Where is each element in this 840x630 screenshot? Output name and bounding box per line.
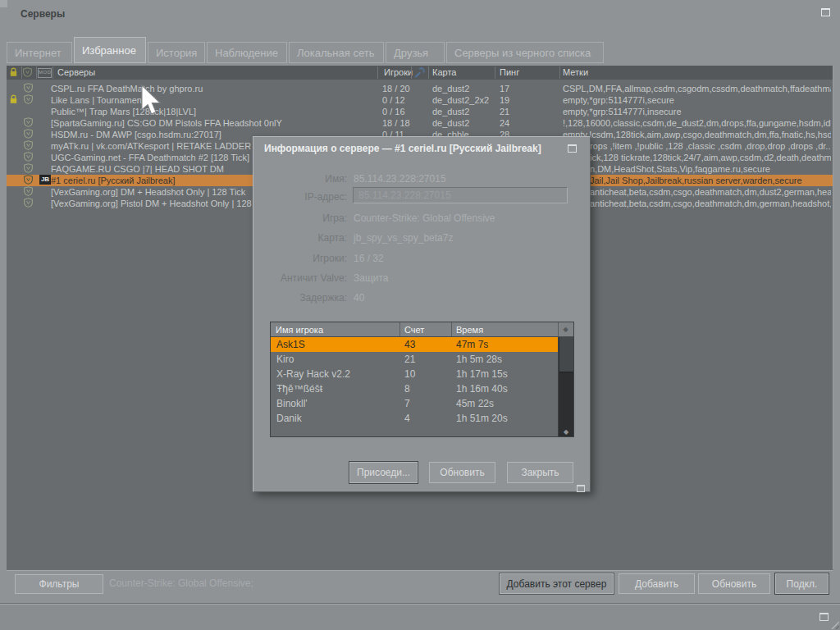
tab-4[interactable]: Наблюдение xyxy=(207,42,287,63)
server-map: de_dust2_2x2 xyxy=(432,94,489,106)
server-map: de_dust2 xyxy=(432,83,469,94)
server-tags: ick,128 tickrate,128tick,24/7,aim,awp,cs… xyxy=(590,152,831,163)
server-row[interactable]: Public™| Trap Mars [128tick|18|LVL]0 / 1… xyxy=(7,106,833,117)
dialog-title: Информация о сервере — #1 ceriel.ru [Рус… xyxy=(264,143,541,154)
server-name: Public™| Trap Mars [128tick|18|LVL] xyxy=(51,106,377,117)
scroll-down-icon[interactable]: ◆ xyxy=(559,428,573,436)
dialog-refresh-button[interactable]: Обновить xyxy=(429,462,495,483)
column-header-players[interactable]: Игроки xyxy=(384,66,413,80)
server-players: 18 / 20 xyxy=(382,83,410,94)
server-tags: Jail,Jail Shop,Jailbreak,russian server,… xyxy=(590,175,831,186)
join-button[interactable]: Присоеди... xyxy=(349,462,418,483)
tab-2[interactable]: Избранное xyxy=(74,37,146,63)
player-score: 8 xyxy=(404,381,410,396)
ip-address-input[interactable]: 85.114.23.228:27015 xyxy=(353,187,568,203)
connect-button[interactable]: Подкл. xyxy=(775,573,829,594)
player-col-time[interactable]: Время xyxy=(456,322,483,337)
add-this-server-button[interactable]: Добавить этот сервер xyxy=(500,573,614,594)
mod-column-icon[interactable]: MOD xyxy=(38,68,52,78)
field-value: Защита xyxy=(354,272,389,284)
dialog-restore-icon[interactable] xyxy=(568,144,577,153)
player-name: Ask1S xyxy=(276,337,305,352)
resize-grip-icon[interactable] xyxy=(829,619,839,629)
tab-5[interactable]: Локальная сеть xyxy=(289,42,384,63)
field-value: 16 / 32 xyxy=(354,253,384,264)
player-table: Имя игрока Счет Время ◆ Ask1S4347m 7sKir… xyxy=(270,322,574,437)
player-row[interactable]: Binokll'745m 22s xyxy=(271,396,558,411)
server-ping: 19 xyxy=(500,94,509,106)
field-value: Counter-Strike: Global Offensive xyxy=(354,212,495,224)
server-players: 18 / 18 xyxy=(382,117,410,129)
player-row[interactable]: Kiro211h 5m 28s xyxy=(271,352,558,367)
player-time: 47m 7s xyxy=(456,337,488,352)
refresh-list-button[interactable]: Обновить xyxy=(698,573,770,594)
restore-window-icon[interactable] xyxy=(821,8,830,16)
server-tags: !,128,16000,classic,csdm,de_dust2,dm,dro… xyxy=(563,117,831,129)
player-row[interactable]: X-Ray Hack v2.2101h 17m 15s xyxy=(271,367,558,381)
server-name: CSPL.ru FFA DeathMatch by ghpro.ru xyxy=(51,83,377,94)
tab-7[interactable]: Серверы из черного списка xyxy=(446,42,604,63)
player-score: 10 xyxy=(404,367,415,381)
field-label: Античит Valve: xyxy=(253,272,347,284)
player-col-name[interactable]: Имя игрока xyxy=(276,322,323,337)
server-map: de_dust2 xyxy=(432,117,469,129)
player-scrollbar[interactable]: ◆ xyxy=(558,337,573,436)
shield-icon xyxy=(24,152,33,163)
shield-icon xyxy=(24,117,33,129)
scrollbar-thumb[interactable] xyxy=(559,337,573,372)
server-info-dialog: Информация о сервере — #1 ceriel.ru [Рус… xyxy=(253,136,591,492)
server-tags: anticheat,beta,csdm,csgo,deathmatch,dm,g… xyxy=(590,198,831,209)
column-header-tags[interactable]: Метки xyxy=(563,66,588,80)
player-score: 43 xyxy=(404,337,415,352)
bottom-strip xyxy=(0,605,840,630)
server-row[interactable]: CSPL.ru FFA DeathMatch by ghpro.ru18 / 2… xyxy=(7,83,833,94)
tab-3[interactable]: История xyxy=(148,42,205,63)
server-map: de_dust2 xyxy=(432,106,469,117)
dialog-resize-icon[interactable] xyxy=(577,485,585,492)
player-time: 1h 51m 20s xyxy=(456,411,508,426)
shield-icon xyxy=(24,94,33,106)
column-header-map[interactable]: Карта xyxy=(432,66,456,80)
column-header-ping[interactable]: Пинг xyxy=(500,66,519,80)
player-row[interactable]: Ŧђĕ™ßéšŧ81h 16m 40s xyxy=(271,381,558,396)
server-tags: empty,!csdm,128tick,aim,awp,csgo,deathma… xyxy=(563,129,831,140)
server-ping: 24 xyxy=(500,117,509,129)
tab-bar: ИнтернетИзбранноеИсторияНаблюдениеЛокаль… xyxy=(7,36,605,63)
server-ping: 17 xyxy=(500,83,509,94)
restore-strip-icon[interactable] xyxy=(819,613,829,621)
column-header-servers[interactable]: Серверы xyxy=(57,66,95,80)
window-title: Серверы xyxy=(21,8,65,20)
server-tags: empty,*grp:5114777i,secure xyxy=(563,94,831,106)
status-text: Counter-Strike: Global Offensive; xyxy=(109,578,253,589)
tab-6[interactable]: Друзья xyxy=(386,42,445,63)
close-button[interactable]: Закрыть xyxy=(507,462,573,483)
filters-button[interactable]: Фильтры xyxy=(15,574,103,594)
server-row[interactable]: [SpartaGaming.ru] CS:GO DM Pistols FFA H… xyxy=(7,117,833,129)
player-name: Binokll' xyxy=(276,396,308,411)
add-server-button[interactable]: Добавить xyxy=(619,573,695,594)
player-score: 4 xyxy=(404,411,410,426)
player-name: X-Ray Hack v2.2 xyxy=(276,367,350,381)
shield-icon xyxy=(24,186,33,198)
player-time: 1h 16m 40s xyxy=(456,381,508,396)
server-tags: n,DM,HeadShot,Stats,Vip,faqgame.ru,secur… xyxy=(590,163,831,175)
server-tags: CSPL,DM,FFA,allmap,csdm,csgodm,cssdm,dea… xyxy=(563,83,831,94)
field-label: Игра: xyxy=(253,212,347,224)
player-time: 1h 17m 15s xyxy=(456,367,508,381)
player-col-score[interactable]: Счет xyxy=(404,322,424,337)
player-row[interactable]: Ask1S4347m 7s xyxy=(271,337,558,352)
window-corner xyxy=(0,0,7,7)
tab-1[interactable]: Интернет xyxy=(7,42,72,63)
player-row[interactable]: Danik41h 51m 20s xyxy=(271,411,558,426)
shield-icon xyxy=(24,175,33,186)
shield-icon xyxy=(24,140,33,152)
field-label: Карта: xyxy=(253,232,347,244)
player-list: Ask1S4347m 7sKiro211h 5m 28sX-Ray Hack v… xyxy=(271,337,558,426)
scroll-up-icon[interactable]: ◆ xyxy=(558,322,573,337)
shield-icon xyxy=(24,163,33,175)
server-players: 0 / 12 xyxy=(382,94,405,106)
server-row[interactable]: Like Lans | Tournament #10 / 12de_dust2_… xyxy=(7,94,833,106)
player-score: 7 xyxy=(404,396,410,411)
jb-badge-icon: JB xyxy=(39,175,51,185)
player-table-header: Имя игрока Счет Время ◆ xyxy=(271,322,573,337)
